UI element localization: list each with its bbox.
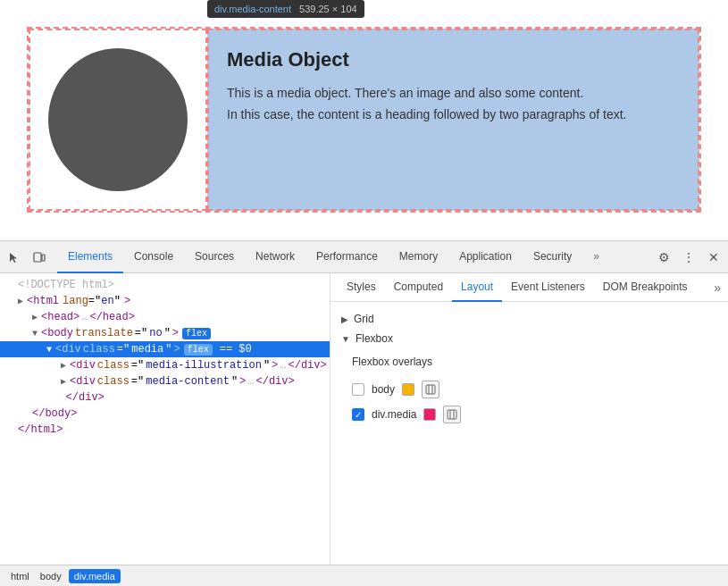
sub-tab-computed[interactable]: Computed [385,273,452,302]
overlay-row-body: body [352,377,707,402]
triangle-body[interactable]: ▼ [32,329,38,339]
dom-line-illustration[interactable]: ▶ <div class="media-illustration" > … </… [0,357,330,373]
preview-area: div.media-content 539.25 × 104 Media Obj… [0,0,728,241]
overlay-label-media: div.media [372,408,416,421]
breadcrumb: html body div.media [0,565,728,586]
dom-line-close-body[interactable]: </body> [0,406,330,422]
circle-avatar [48,48,188,191]
overlay-icon-media[interactable] [443,406,461,423]
more-options-icon[interactable]: ⋮ [678,247,699,268]
dom-line-media[interactable]: ▼ <div class="media" > flex == $0 [0,341,330,357]
tab-security[interactable]: Security [523,241,582,273]
tab-memory[interactable]: Memory [389,241,448,273]
cursor-icon[interactable] [4,247,25,268]
layout-content: ▶ Grid ▼ Flexbox Flexbox overlays [331,302,728,441]
toolbar-icons [4,247,50,268]
tooltip-dimensions: 539.25 × 104 [299,4,357,14]
breadcrumb-media[interactable]: div.media [69,569,121,583]
settings-icon[interactable]: ⚙ [653,247,674,268]
dom-line-html[interactable]: ▶ <html lang="en" > [0,293,330,309]
grid-label: Grid [354,313,374,325]
flexbox-section: ▼ Flexbox Flexbox overlays body [331,329,728,434]
flex-badge-media: flex [184,344,213,356]
tab-more[interactable]: » [582,241,610,273]
flexbox-label: Flexbox [356,332,393,345]
tooltip-class: div.media-content [214,4,291,14]
dom-panel: <!DOCTYPE html> ▶ <html lang="en" > ▶ <h… [0,273,331,565]
tab-performance[interactable]: Performance [305,241,389,273]
color-swatch-media[interactable] [423,408,436,421]
devtools-tabs: Elements Console Sources Network Perform… [57,241,653,273]
toolbar-right: ⚙ ⋮ ✕ [653,247,724,268]
flex-badge-body: flex [182,328,211,339]
svg-rect-1 [42,255,45,261]
media-illustration [29,29,207,211]
triangle-media[interactable]: ▼ [46,345,52,355]
media-para1: This is a media object. There's an image… [227,86,680,100]
tab-elements[interactable]: Elements [57,241,123,273]
media-content-area: Media Object This is a media object. The… [207,29,699,211]
grid-section-header[interactable]: ▶ Grid [331,309,728,329]
media-preview: div.media-content 539.25 × 104 Media Obj… [27,27,701,213]
dom-line-doctype[interactable]: <!DOCTYPE html> [0,277,330,293]
dom-line-close-div[interactable]: </div> [0,389,330,406]
flexbox-arrow: ▼ [341,334,350,344]
flexbox-overlays-title: Flexbox overlays [352,356,707,368]
tab-sources[interactable]: Sources [184,241,245,273]
overlay-label-body: body [372,383,395,396]
triangle-html[interactable]: ▶ [18,296,23,306]
color-swatch-body[interactable] [402,383,414,396]
svg-rect-0 [34,253,41,262]
devtools-panel: Elements Console Sources Network Perform… [0,241,728,586]
tab-application[interactable]: Application [448,241,523,273]
flexbox-section-header[interactable]: ▼ Flexbox [331,329,728,348]
element-tooltip: div.media-content 539.25 × 104 [207,0,364,18]
checkbox-media[interactable] [352,408,364,421]
breadcrumb-html[interactable]: html [7,569,33,583]
sub-tab-dom-breakpoints[interactable]: DOM Breakpoints [594,273,697,302]
sub-tab-event-listeners[interactable]: Event Listeners [502,273,594,302]
triangle-content[interactable]: ▶ [61,376,66,387]
devtools-body: <!DOCTYPE html> ▶ <html lang="en" > ▶ <h… [0,273,728,565]
media-para2: In this case, the content is a heading f… [227,107,680,121]
devtools-toolbar: Elements Console Sources Network Perform… [0,241,728,273]
styles-panel: Styles Computed Layout Event Listeners D… [331,273,728,565]
checkbox-body[interactable] [352,383,364,396]
sub-tab-styles[interactable]: Styles [338,273,385,302]
doctype-text: <!DOCTYPE html> [18,279,114,291]
sub-tab-layout[interactable]: Layout [452,273,502,302]
triangle-head[interactable]: ▶ [32,312,38,322]
close-icon[interactable]: ✕ [703,247,724,268]
overlay-icon-body[interactable] [422,381,439,398]
svg-rect-5 [448,410,456,419]
overlay-row-media: div.media [352,402,707,427]
media-heading: Media Object [227,48,680,71]
sub-tab-more[interactable]: » [714,280,721,295]
html-tag-close: > [124,295,130,307]
tab-console[interactable]: Console [123,241,184,273]
triangle-illustration[interactable]: ▶ [61,360,66,371]
sub-tabs: Styles Computed Layout Event Listeners D… [331,273,728,302]
var-indicator: == $0 [220,343,252,356]
device-icon[interactable] [29,247,50,268]
dom-line-content[interactable]: ▶ <div class="media-content" > … </div> [0,373,330,389]
flexbox-section-body: Flexbox overlays body [331,348,728,434]
svg-rect-2 [426,385,435,394]
tab-network[interactable]: Network [245,241,305,273]
grid-arrow: ▶ [341,314,348,324]
breadcrumb-body[interactable]: body [37,569,65,583]
grid-section: ▶ Grid [331,309,728,329]
dom-line-body[interactable]: ▼ <body translate="no" > flex [0,325,330,341]
dom-line-head[interactable]: ▶ <head> … </head> [0,309,330,325]
dom-line-close-html[interactable]: </html> [0,422,330,438]
html-tag-open: <html [27,295,59,307]
